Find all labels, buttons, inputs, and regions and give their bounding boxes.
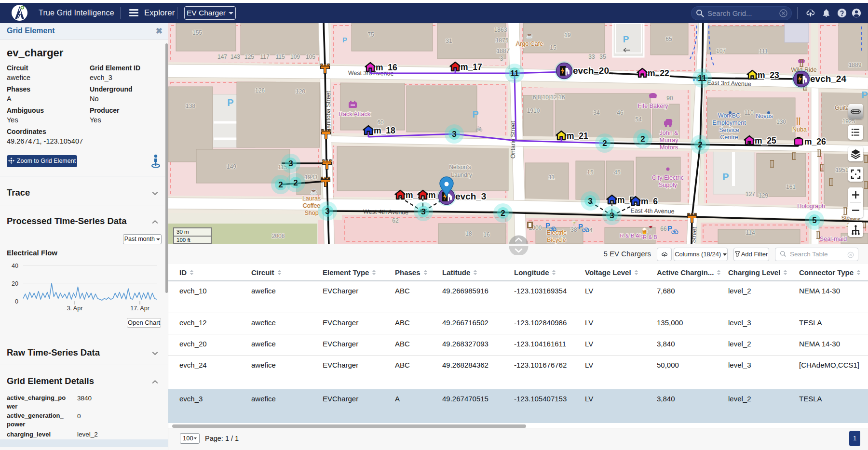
svg-text:3: 3 [500,55,503,62]
svg-text:Laundry: Laundry [451,172,472,178]
svg-text:15: 15 [550,44,556,51]
svg-text:143: 143 [231,53,240,60]
svg-text:Bicycle: Bicycle [547,237,566,243]
svg-text:60: 60 [377,119,384,126]
svg-text:33: 33 [588,53,595,60]
svg-text:138: 138 [186,103,195,109]
svg-text:🚲: 🚲 [475,124,483,132]
svg-text:130: 130 [776,119,786,125]
svg-text:109: 109 [290,53,300,60]
svg-text:129: 129 [759,192,768,199]
svg-text:127: 127 [746,191,755,198]
svg-text:P: P [667,224,672,232]
svg-text:38: 38 [570,226,577,233]
svg-text:155: 155 [192,29,202,36]
svg-text:2: 2 [602,139,607,148]
svg-text:Centre: Centre [720,134,738,141]
svg-text:46: 46 [617,109,624,116]
svg-text:31: 31 [446,38,452,44]
svg-text:P: P [342,36,347,44]
svg-text:147: 147 [217,53,227,60]
svg-text:2: 2 [278,180,283,189]
svg-text:34: 34 [593,109,600,116]
svg-text:☕: ☕ [310,187,318,196]
svg-text:evch_24: evch_24 [810,74,846,84]
svg-text:16: 16 [483,231,490,238]
svg-text:54: 54 [635,116,642,123]
svg-text:107: 107 [716,48,726,54]
svg-text:11: 11 [698,74,706,83]
svg-text:m_23: m_23 [758,70,779,80]
svg-text:m_17: m_17 [461,62,482,72]
svg-text:3: 3 [610,211,614,220]
svg-text:1875: 1875 [496,37,509,44]
svg-text:11: 11 [510,69,519,78]
svg-text:Nelson's: Nelson's [449,164,471,171]
svg-text:Nuba: Nuba [792,126,807,133]
svg-text:Holograph: Holograph [797,203,825,210]
svg-text:R & B Ale: R & B Ale [620,233,643,238]
svg-text:66: 66 [660,225,667,232]
svg-text:m_22: m_22 [648,68,669,78]
svg-text:m_25: m_25 [755,136,776,146]
svg-text:0: 0 [15,298,18,305]
svg-text:Service: Service [719,127,739,133]
svg-text:5: 5 [812,216,816,225]
svg-text:40: 40 [12,263,18,269]
svg-text:3: 3 [288,159,293,168]
svg-text:evch_20: evch_20 [573,66,609,76]
svg-text:P: P [861,90,868,100]
svg-text:111: 111 [759,48,768,55]
svg-text:3: 3 [421,207,425,216]
svg-text:105: 105 [306,53,315,60]
svg-text:Motors: Motors [660,144,678,151]
svg-text:125: 125 [244,53,254,60]
svg-text:110: 110 [744,109,753,116]
svg-text:John &: John & [660,130,679,136]
svg-text:2: 2 [698,140,702,149]
svg-text:m_16: m_16 [376,63,397,72]
svg-text:1943: 1943 [305,174,318,181]
svg-text:3. Apr: 3. Apr [67,305,83,312]
svg-text:149: 149 [227,163,236,170]
svg-text:m_26: m_26 [804,137,826,146]
svg-text:P: P [227,97,233,108]
svg-text:45: 45 [614,169,621,176]
svg-text:Rack Attack: Rack Attack [339,111,371,118]
svg-text:East 4th Avenue: East 4th Avenue [631,207,675,215]
svg-text:Novus: Novus [756,113,773,119]
svg-text:1925: 1925 [842,118,855,125]
svg-text:65: 65 [665,36,672,42]
svg-text:114: 114 [746,229,755,236]
svg-text:11: 11 [549,174,555,181]
svg-text:Coffee: Coffee [303,202,321,209]
svg-text:m_21: m_21 [567,131,588,141]
svg-text:20: 20 [12,280,18,287]
svg-text:evch_3: evch_3 [455,191,486,201]
svg-text:120: 120 [296,88,305,95]
svg-text:1951: 1951 [836,167,849,173]
svg-text:126: 126 [255,87,265,94]
svg-text:1889: 1889 [849,62,862,68]
svg-text:Employment: Employment [712,119,746,126]
svg-text:P: P [578,222,583,230]
svg-text:161: 161 [786,184,796,190]
svg-text:6 8 10 12 16: 6 8 10 12 16 [533,94,565,101]
svg-text:3: 3 [452,130,456,139]
svg-text:115: 115 [275,53,285,60]
svg-text:P: P [472,109,478,119]
svg-text:2: 2 [501,209,505,218]
svg-text:Lauras: Lauras [302,195,321,202]
svg-text:90: 90 [666,95,673,102]
svg-text:Argo Cafe: Argo Cafe [516,40,543,47]
svg-text:Seal-maid: Seal-maid [820,236,847,242]
svg-text:m_6: m_6 [641,197,658,206]
svg-text:35: 35 [599,53,606,60]
svg-text:P: P [623,34,629,44]
svg-text:Fife Bakery: Fife Bakery [637,103,668,109]
svg-text:1863: 1863 [494,26,507,33]
svg-text:m_18: m_18 [374,126,395,135]
svg-text:P: P [722,172,729,182]
svg-text:2: 2 [640,134,645,144]
svg-text:🍸: 🍸 [570,220,578,228]
